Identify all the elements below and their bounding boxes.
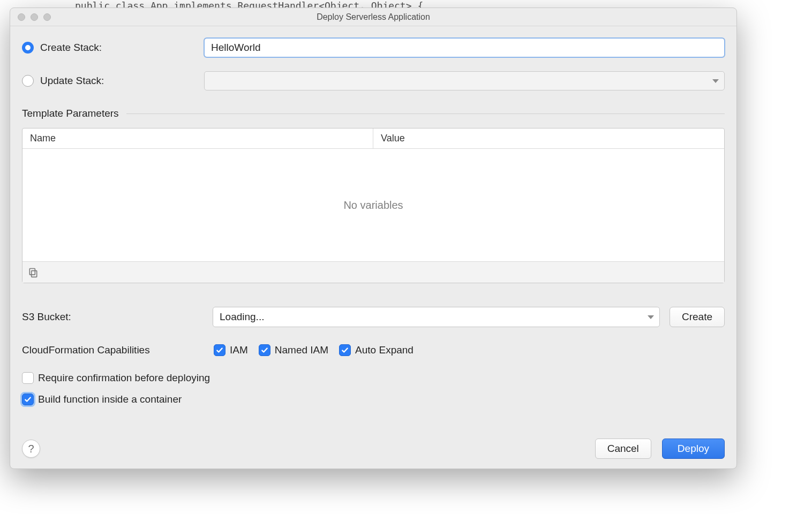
s3-bucket-row: S3 Bucket: Loading... Create [22,307,725,327]
create-bucket-button[interactable]: Create [670,307,725,327]
dialog-body: Create Stack: Update Stack: Template Par… [10,26,736,468]
create-stack-input[interactable] [204,38,725,57]
capability-iam-label: IAM [230,344,248,356]
s3-bucket-select[interactable]: Loading... [213,307,660,327]
create-stack-row: Create Stack: [22,38,725,57]
s3-bucket-label: S3 Bucket: [22,311,203,323]
build-in-container-checkbox[interactable]: Build function inside a container [22,394,725,405]
capability-named-iam-checkbox[interactable]: Named IAM [259,344,328,356]
table-empty-state: No variables [22,149,724,261]
cancel-button[interactable]: Cancel [595,439,651,459]
divider [126,114,725,114]
options-group: Require confirmation before deploying Bu… [22,372,725,405]
check-icon [24,396,32,403]
checkbox-icon [22,372,34,384]
check-icon [216,346,223,354]
chevron-down-icon [648,315,654,319]
window-controls [10,13,51,21]
create-stack-label: Create Stack: [40,42,102,54]
check-icon [341,346,349,354]
update-stack-radio[interactable] [22,75,34,87]
s3-bucket-value: Loading... [220,311,264,323]
column-header-value[interactable]: Value [373,128,724,148]
titlebar: Deploy Serverless Application [10,8,736,26]
copy-icon[interactable] [28,267,39,278]
build-in-container-label: Build function inside a container [38,394,182,405]
capability-auto-expand-label: Auto Expand [355,344,413,356]
check-icon [261,346,268,354]
deploy-dialog: Deploy Serverless Application Create Sta… [10,7,737,469]
svg-rect-1 [29,268,35,275]
help-button[interactable]: ? [22,440,40,458]
create-stack-radio[interactable] [22,42,34,54]
table-toolbar [22,261,724,283]
capability-named-iam-label: Named IAM [275,344,328,356]
column-header-name[interactable]: Name [22,128,373,148]
chevron-down-icon [712,79,719,83]
dialog-footer: ? Cancel Deploy [22,428,725,459]
update-stack-select[interactable] [204,71,725,90]
window-title: Deploy Serverless Application [10,12,736,22]
template-parameters-header: Template Parameters [22,108,725,119]
minimize-window-icon[interactable] [31,13,38,21]
template-parameters-table: Name Value No variables [22,128,725,283]
update-stack-row: Update Stack: [22,71,725,90]
checkbox-icon [339,344,351,356]
require-confirmation-label: Require confirmation before deploying [38,372,210,384]
capability-iam-checkbox[interactable]: IAM [214,344,248,356]
table-header: Name Value [22,128,724,149]
update-stack-label: Update Stack: [40,75,104,87]
checkbox-icon [259,344,270,356]
close-window-icon[interactable] [18,13,25,21]
capabilities-label: CloudFormation Capabilities [22,344,203,356]
checkbox-icon [214,344,225,356]
capabilities-row: CloudFormation Capabilities IAM Named IA… [22,344,725,356]
checkbox-icon [22,394,34,405]
deploy-button[interactable]: Deploy [662,439,725,459]
svg-rect-0 [32,270,37,277]
template-parameters-label: Template Parameters [22,108,119,119]
capability-auto-expand-checkbox[interactable]: Auto Expand [339,344,413,356]
zoom-window-icon[interactable] [43,13,51,21]
require-confirmation-checkbox[interactable]: Require confirmation before deploying [22,372,725,384]
